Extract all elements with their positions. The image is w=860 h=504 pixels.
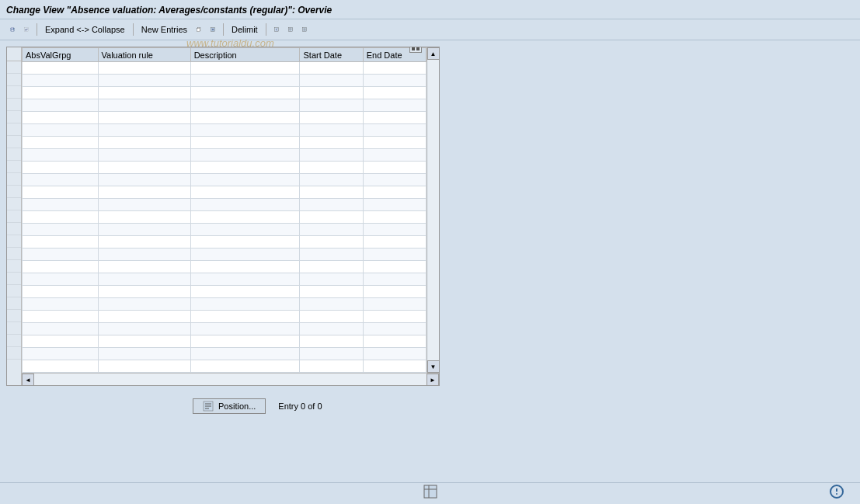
table-cell[interactable] — [190, 286, 300, 298]
table-row[interactable] — [23, 311, 427, 323]
table-cell[interactable] — [23, 75, 99, 87]
table-cell[interactable] — [23, 124, 99, 137]
table-cell[interactable] — [300, 99, 363, 112]
table-cell[interactable] — [363, 273, 426, 286]
table-cell[interactable] — [23, 348, 99, 360]
table-cell[interactable] — [98, 360, 190, 373]
table-cell[interactable] — [300, 224, 363, 236]
col-header-absvalgrpg[interactable]: AbsValGrpg — [23, 48, 99, 62]
table-cell[interactable] — [190, 249, 300, 261]
table-cell[interactable] — [363, 162, 426, 174]
table-cell[interactable] — [300, 249, 363, 261]
h-scroll-track[interactable] — [34, 374, 427, 385]
table-cell[interactable] — [23, 236, 99, 249]
position-button[interactable]: Position... — [193, 398, 266, 414]
table-row[interactable] — [23, 62, 427, 75]
table-cell[interactable] — [23, 211, 99, 224]
scroll-track[interactable] — [428, 60, 439, 360]
table-cell[interactable] — [363, 137, 426, 149]
new-entries-button[interactable]: New Entries — [138, 23, 191, 36]
table-row[interactable] — [23, 273, 427, 286]
table-cell[interactable] — [98, 75, 190, 87]
table-cell[interactable] — [190, 87, 300, 99]
table-cell[interactable] — [98, 224, 190, 236]
table-cell[interactable] — [363, 62, 426, 75]
table-cell[interactable] — [23, 311, 99, 323]
table-cell[interactable] — [300, 273, 363, 286]
scroll-right-button[interactable]: ► — [427, 374, 439, 385]
table-cell[interactable] — [98, 249, 190, 261]
table-cell[interactable] — [363, 124, 426, 137]
table-cell[interactable] — [23, 335, 99, 348]
table-cell[interactable] — [190, 112, 300, 124]
col-header-start-date[interactable]: Start Date — [300, 48, 363, 62]
table-row[interactable] — [23, 348, 427, 360]
table-cell[interactable] — [23, 99, 99, 112]
check-button[interactable] — [20, 23, 33, 36]
table-cell[interactable] — [300, 286, 363, 298]
table-cell[interactable] — [300, 174, 363, 186]
table-cell[interactable] — [190, 137, 300, 149]
table-row[interactable] — [23, 298, 427, 311]
table-cell[interactable] — [363, 298, 426, 311]
col-header-description[interactable]: Description — [190, 48, 300, 62]
table-cell[interactable] — [363, 174, 426, 186]
table-cell[interactable] — [98, 99, 190, 112]
table-cell[interactable] — [300, 335, 363, 348]
table-cell[interactable] — [98, 286, 190, 298]
table-cell[interactable] — [363, 323, 426, 335]
table-cell[interactable] — [300, 261, 363, 273]
table-cell[interactable] — [23, 87, 99, 99]
save-button[interactable] — [6, 23, 19, 36]
scroll-left-button[interactable]: ◄ — [22, 374, 34, 385]
table-row[interactable] — [23, 224, 427, 236]
table-cell[interactable] — [98, 323, 190, 335]
table-cell[interactable] — [300, 236, 363, 249]
table-cell[interactable] — [190, 62, 300, 75]
table-cell[interactable] — [190, 360, 300, 373]
table-cell[interactable] — [190, 261, 300, 273]
table-cell[interactable] — [300, 75, 363, 87]
table-cell[interactable] — [363, 199, 426, 211]
table-cell[interactable] — [23, 186, 99, 199]
table-cell[interactable] — [98, 348, 190, 360]
horizontal-scrollbar[interactable]: ◄ ► — [22, 373, 439, 385]
table-cell[interactable] — [190, 75, 300, 87]
table-cell[interactable] — [363, 348, 426, 360]
table-row[interactable] — [23, 286, 427, 298]
table-cell[interactable] — [98, 87, 190, 99]
table-row[interactable] — [23, 261, 427, 273]
table-row[interactable] — [23, 174, 427, 186]
table-cell[interactable] — [23, 323, 99, 335]
table-cell[interactable] — [190, 162, 300, 174]
table-cell[interactable] — [300, 137, 363, 149]
table-cell[interactable] — [363, 99, 426, 112]
table-cell[interactable] — [363, 311, 426, 323]
table-cell[interactable] — [300, 298, 363, 311]
table-cell[interactable] — [23, 360, 99, 373]
table-cell[interactable] — [190, 186, 300, 199]
table-cell[interactable] — [300, 360, 363, 373]
table-row[interactable] — [23, 149, 427, 162]
table-cell[interactable] — [23, 249, 99, 261]
table-row[interactable] — [23, 75, 427, 87]
table-cell[interactable] — [190, 335, 300, 348]
table-cell[interactable] — [23, 199, 99, 211]
save-draft-button[interactable] — [207, 23, 219, 36]
table-row[interactable] — [23, 249, 427, 261]
copy-button[interactable] — [193, 23, 205, 36]
table-cell[interactable] — [190, 311, 300, 323]
col-header-end-date[interactable]: End Date — [363, 48, 426, 62]
table-row[interactable] — [23, 323, 427, 335]
table-cell[interactable] — [23, 174, 99, 186]
table-cell[interactable] — [363, 261, 426, 273]
column-settings-icon[interactable] — [409, 47, 422, 53]
table-cell[interactable] — [98, 62, 190, 75]
table-cell[interactable] — [363, 249, 426, 261]
table-cell[interactable] — [98, 211, 190, 224]
table-cell[interactable] — [190, 273, 300, 286]
scroll-up-button[interactable]: ▲ — [427, 47, 440, 60]
table-cell[interactable] — [363, 87, 426, 99]
table-cell[interactable] — [300, 149, 363, 162]
table-cell[interactable] — [190, 323, 300, 335]
